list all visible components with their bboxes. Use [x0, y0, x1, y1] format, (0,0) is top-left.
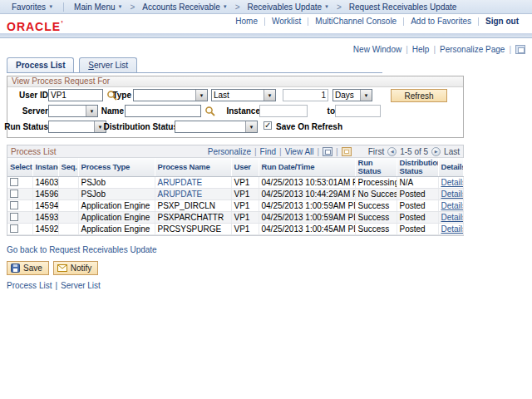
tab-bar: Process List Server List: [7, 57, 532, 73]
distribution-status-cell: Posted: [397, 189, 438, 200]
name-lookup-icon[interactable]: [204, 106, 215, 116]
divider: |: [336, 147, 338, 156]
bottom-link-process-list[interactable]: Process List: [7, 281, 52, 290]
favorites-menu[interactable]: Favorites ▼: [8, 2, 57, 12]
col-process-type: Process Type: [78, 158, 155, 177]
find-link[interactable]: Find: [257, 147, 279, 156]
main-menu[interactable]: Main Menu ▼: [71, 2, 126, 12]
save-button[interactable]: Save: [7, 261, 49, 275]
instance-from-input[interactable]: [259, 105, 308, 117]
help-link[interactable]: Help: [408, 45, 434, 54]
col-details: Details: [438, 158, 463, 177]
distribution-status-cell: Posted: [397, 200, 438, 212]
instance-cell: 14593: [32, 212, 58, 224]
next-page-icon[interactable]: ▶: [431, 147, 441, 156]
process-name-link[interactable]: ARUPDATE: [158, 190, 203, 199]
dropdown-arrow-icon: ▼: [195, 90, 207, 101]
run-status-cell: Success: [355, 200, 397, 212]
period-select[interactable]: Last ▼: [211, 89, 276, 101]
row-select-checkbox[interactable]: [10, 201, 18, 209]
run-status-cell: Success: [355, 212, 397, 224]
server-select[interactable]: ▼: [48, 105, 98, 117]
go-back-link[interactable]: Go back to Request Receivables Update: [7, 245, 157, 254]
process-name-cell: PRCSYSPURGE: [155, 224, 231, 235]
header-bar: ORACLE Home Worklist MultiChannel Consol…: [0, 14, 532, 33]
row-select-checkbox[interactable]: [10, 178, 18, 186]
type-select[interactable]: ▼: [133, 89, 208, 101]
breadcrumb-item-accounts-receivable[interactable]: Accounts Receivable ▼: [139, 2, 230, 12]
details-link[interactable]: Details: [441, 190, 464, 199]
tab-label: Server List: [88, 58, 128, 72]
process-type-cell: PSJob: [78, 177, 155, 189]
pager-range: 1-5 of 5: [400, 147, 428, 156]
row-select-checkbox[interactable]: [10, 224, 18, 233]
seq-cell: [58, 224, 78, 235]
divider: |: [318, 147, 320, 156]
sign-out-link[interactable]: Sign out: [479, 17, 525, 26]
notify-button[interactable]: Notify: [53, 261, 99, 275]
breadcrumb-item-receivables-update[interactable]: Receivables Update ▼: [244, 2, 332, 12]
details-link[interactable]: Details: [441, 224, 464, 234]
multichannel-console-link[interactable]: MultiChannel Console: [308, 17, 403, 26]
breadcrumb-item-request-receivables-update[interactable]: Request Receivables Update: [346, 2, 461, 12]
dropdown-arrow-icon: ▼: [264, 90, 275, 101]
type-label: Type: [112, 91, 131, 100]
select-cell: [7, 224, 32, 235]
tab-server-list[interactable]: Server List: [79, 57, 137, 72]
save-on-refresh-checkbox[interactable]: [264, 121, 272, 130]
unit-select-value: Days: [333, 90, 360, 101]
previous-page-icon[interactable]: ◀: [387, 147, 397, 156]
refresh-button[interactable]: Refresh: [391, 89, 447, 102]
grid-toolbar: Personalize | Find | View All | | First …: [204, 147, 460, 156]
download-grid-icon[interactable]: [342, 147, 352, 156]
details-link[interactable]: Details: [441, 213, 464, 222]
run-status-cell: Processing: [355, 177, 397, 189]
view-all-link[interactable]: View All: [282, 147, 318, 156]
details-link[interactable]: Details: [441, 178, 464, 187]
user-id-input[interactable]: [48, 89, 103, 101]
home-link[interactable]: Home: [229, 17, 264, 26]
copy-url-icon[interactable]: [515, 45, 525, 54]
divider: |: [55, 281, 57, 290]
bottom-link-server-list[interactable]: Server List: [61, 281, 101, 290]
run-status-cell: No Success: [355, 189, 397, 200]
personalize-page-link[interactable]: Personalize Page: [436, 45, 509, 54]
distribution-status-select[interactable]: ▼: [175, 121, 258, 133]
new-window-link[interactable]: New Window: [349, 45, 406, 54]
zoom-grid-icon[interactable]: [323, 147, 332, 156]
instance-to-input[interactable]: [335, 105, 381, 117]
row-select-checkbox[interactable]: [10, 213, 18, 221]
process-name-input[interactable]: [125, 105, 201, 117]
bottom-page-links: Process List | Server List: [7, 281, 532, 290]
breadcrumb-label: Receivables Update: [248, 2, 323, 12]
breadcrumb-separator: >: [337, 2, 342, 12]
instance-cell: 14603: [32, 177, 58, 189]
run-status-select[interactable]: ▼: [48, 121, 106, 133]
last-count-input[interactable]: [283, 89, 328, 101]
to-label: to: [328, 106, 335, 116]
pager-first[interactable]: First: [368, 147, 384, 156]
save-disk-icon: [11, 264, 20, 273]
run-datetime-cell: 04/25/2013 10:44:29AM PDT: [259, 189, 355, 200]
unit-select[interactable]: Days ▼: [332, 89, 372, 101]
grid-pager: First ◀ 1-5 of 5 ▶ Last: [368, 147, 460, 156]
pager-last[interactable]: Last: [444, 147, 460, 156]
process-name-link[interactable]: ARUPDATE: [158, 178, 203, 187]
dropdown-arrow-icon: ▼: [245, 121, 257, 132]
worklist-link[interactable]: Worklist: [265, 17, 308, 26]
process-type-cell: Application Engine: [78, 224, 155, 235]
toolbar-buttons: Save Notify: [7, 261, 532, 275]
distribution-status-select-value: [175, 121, 245, 132]
tab-process-list[interactable]: Process List: [7, 57, 74, 72]
instance-cell: 14596: [32, 189, 58, 200]
chevron-down-icon: ▼: [223, 4, 228, 9]
table-header-row: Select Instance Seq. Process Type Proces…: [7, 158, 463, 177]
row-select-checkbox[interactable]: [10, 190, 18, 198]
process-type-cell: Application Engine: [78, 200, 155, 212]
add-to-favorites-link[interactable]: Add to Favorites: [404, 17, 478, 26]
seq-cell: [58, 212, 78, 224]
process-list-grid: Process List Personalize | Find | View A…: [7, 145, 464, 236]
personalize-link[interactable]: Personalize: [204, 147, 254, 156]
breadcrumb-separator: >: [131, 2, 135, 12]
details-link[interactable]: Details: [441, 201, 464, 210]
